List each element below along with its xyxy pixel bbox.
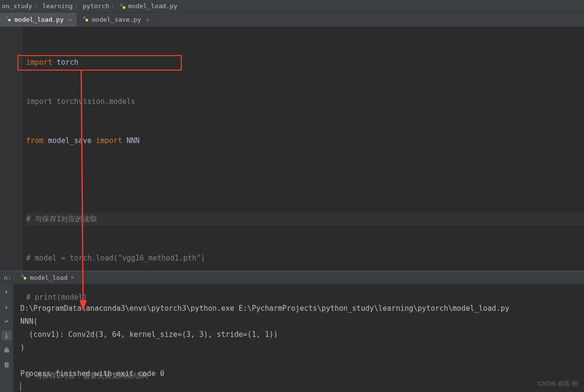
keyword: from	[26, 136, 44, 145]
breadcrumb: on_study 〉 learning 〉 pytorch 〉 model_lo…	[0, 0, 584, 13]
keyword: import	[26, 58, 52, 67]
close-icon[interactable]: ×	[146, 16, 149, 23]
run-label: n:	[0, 274, 15, 281]
arrow-up-icon[interactable]: ↑	[2, 287, 12, 297]
python-file-icon	[82, 15, 89, 24]
code-text: torch	[52, 58, 78, 67]
code-text: model_save	[44, 136, 96, 145]
cursor	[20, 382, 21, 391]
code-text: import torchvision.models	[26, 97, 135, 106]
keyword: import	[96, 136, 122, 145]
breadcrumb-sep: 〉	[34, 2, 41, 11]
console-line: NNN(	[20, 317, 38, 326]
console-toolbar: ↑ ↓ ↩ ⤓ 🖶 🗑	[0, 284, 14, 392]
editor-tabs: model_load.py × model_save.py ×	[0, 13, 584, 27]
arrow-down-icon[interactable]: ↓	[2, 302, 12, 311]
tab-label: model_load.py	[15, 16, 64, 23]
trash-icon[interactable]: 🗑	[2, 360, 12, 369]
breadcrumb-item[interactable]: pytorch	[83, 2, 109, 10]
print-icon[interactable]: 🖶	[2, 345, 12, 355]
console-line: D:\ProgramData\anaconda3\envs\pytorch3\p…	[20, 304, 509, 313]
svg-rect-7	[21, 274, 23, 276]
gutter	[0, 27, 22, 271]
tab-label: model_save.py	[92, 16, 141, 23]
breadcrumb-item[interactable]: model_load.py	[128, 2, 177, 10]
console-output[interactable]: D:\ProgramData\anaconda3\envs\pytorch3\p…	[14, 284, 584, 392]
breadcrumb-sep: 〉	[111, 2, 117, 11]
breadcrumb-sep: 〉	[74, 2, 81, 11]
code-area[interactable]: import torch import torchvision.models f…	[22, 27, 584, 271]
tab-model-save[interactable]: model_save.py ×	[77, 13, 155, 27]
console-line: )	[20, 343, 25, 352]
scroll-to-end-icon[interactable]: ⤓	[2, 331, 12, 340]
console-line: (conv1): Conv2d(3, 64, kernel_size=(3, 3…	[20, 330, 278, 339]
tab-model-load[interactable]: model_load.py ×	[0, 13, 77, 27]
code-editor[interactable]: import torch import torchvision.models f…	[0, 27, 584, 271]
comment: # model = torch.load("vgg16_method1.pth"…	[26, 254, 205, 262]
svg-rect-1	[123, 6, 125, 9]
run-console: ↑ ↓ ↩ ⤓ 🖶 🗑 D:\ProgramData\anaconda3\env…	[0, 284, 584, 392]
svg-rect-0	[120, 3, 123, 6]
console-line: Process finished with exit code 0	[20, 369, 164, 378]
svg-rect-4	[83, 16, 86, 19]
breadcrumb-item[interactable]: on_study	[2, 2, 32, 10]
close-icon[interactable]: ×	[69, 16, 72, 23]
comment: # 与保存1对应的读取	[26, 215, 97, 223]
python-file-icon	[119, 3, 126, 10]
breadcrumb-item[interactable]: learning	[43, 2, 73, 10]
code-text: NNN	[122, 136, 140, 145]
soft-wrap-icon[interactable]: ↩	[2, 316, 12, 326]
svg-rect-2	[6, 16, 8, 19]
svg-rect-3	[8, 19, 11, 21]
watermark: CSDN @高 朗	[538, 379, 578, 388]
python-file-icon	[5, 15, 12, 24]
svg-rect-5	[86, 19, 88, 21]
